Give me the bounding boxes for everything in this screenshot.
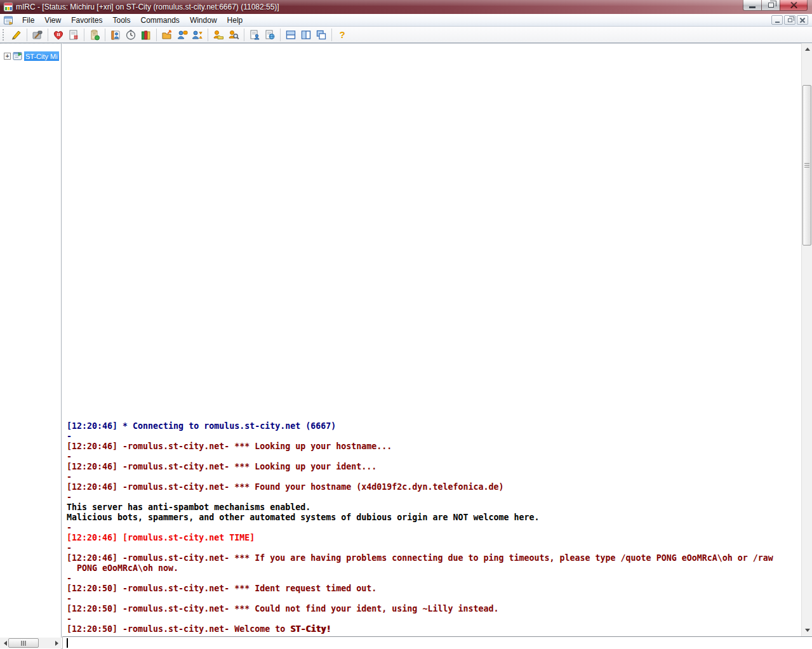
svg-text:?: ? bbox=[339, 29, 345, 40]
toolbar-options-button[interactable] bbox=[30, 28, 45, 42]
menu-bar: File View Favorites Tools Commands Windo… bbox=[0, 14, 812, 27]
status-message-line: - bbox=[67, 492, 801, 502]
tree-item-label[interactable]: ST-City Mi bbox=[24, 51, 59, 61]
menu-favorites[interactable]: Favorites bbox=[66, 15, 107, 26]
tree-expand-toggle[interactable]: + bbox=[4, 53, 11, 60]
favorites-heart-icon bbox=[52, 29, 65, 41]
vscroll-thumb[interactable] bbox=[802, 85, 811, 246]
menu-commands[interactable]: Commands bbox=[136, 15, 185, 26]
status-message-line: Malicious bots, spammers, and other auto… bbox=[67, 513, 801, 523]
mdi-minimize-button[interactable] bbox=[771, 15, 783, 25]
menu-view[interactable]: View bbox=[39, 15, 66, 26]
menu-tools[interactable]: Tools bbox=[108, 15, 136, 26]
minimize-button[interactable] bbox=[743, 0, 762, 11]
thumb-grip bbox=[804, 163, 809, 164]
status-message-line: This server has anti-spambot mechanisms … bbox=[67, 502, 801, 513]
title-bar[interactable]: mIRC - [Status: Michiru [+xri] on ST-Cit… bbox=[0, 0, 812, 14]
toolbar-separator bbox=[244, 29, 244, 41]
dcc-send-folder-icon bbox=[161, 29, 173, 41]
mdi-restore-button[interactable] bbox=[784, 15, 795, 25]
timers-clock-icon bbox=[124, 29, 137, 41]
restore-icon bbox=[768, 3, 774, 8]
mdi-close-icon bbox=[800, 18, 805, 23]
options-icon bbox=[31, 29, 44, 41]
toolbar-connect-button[interactable] bbox=[9, 28, 24, 42]
status-message-line: - bbox=[67, 523, 801, 533]
toolbar-help-button[interactable]: ? bbox=[335, 28, 350, 42]
status-message-line: [12:20:50] -romulus.st-city.net- Welcome… bbox=[67, 624, 801, 634]
mirc-app-icon bbox=[3, 2, 13, 12]
status-message-line: [12:20:50] -romulus.st-city.net- *** Ide… bbox=[67, 584, 801, 594]
toolbar-url-list-button[interactable] bbox=[262, 28, 277, 42]
mdi-close-button[interactable] bbox=[797, 15, 808, 25]
thumb-grip bbox=[804, 165, 809, 166]
close-icon bbox=[790, 2, 797, 9]
up-arrow-icon bbox=[805, 45, 810, 51]
toolbar-separator bbox=[280, 29, 281, 41]
status-message-line: - bbox=[67, 574, 801, 584]
mdi-restore-icon bbox=[788, 18, 792, 22]
status-window-icon[interactable] bbox=[3, 15, 13, 25]
menu-window[interactable]: Window bbox=[185, 15, 222, 26]
toolbar-file-send-button[interactable] bbox=[211, 28, 226, 42]
status-message-line: - bbox=[67, 452, 801, 462]
right-arrow-icon bbox=[55, 641, 61, 646]
treebar-item-status[interactable]: + ST-City Mi bbox=[4, 51, 59, 62]
menu-help[interactable]: Help bbox=[222, 15, 248, 26]
toolbar-favorites-button[interactable] bbox=[51, 28, 66, 42]
toolbar-channels-list-button[interactable] bbox=[66, 28, 81, 42]
status-window-tree-icon bbox=[13, 51, 23, 61]
hscroll-thumb[interactable] bbox=[8, 638, 39, 648]
message-editbox[interactable] bbox=[62, 636, 812, 649]
status-message-line: - bbox=[67, 594, 801, 604]
menu-file[interactable]: File bbox=[17, 15, 39, 26]
hscroll-right-arrow[interactable] bbox=[52, 638, 62, 648]
thumb-grip bbox=[23, 641, 24, 646]
cascade-icon bbox=[315, 29, 328, 41]
toolbar-timers-button[interactable] bbox=[123, 28, 138, 42]
toolbar-grip[interactable] bbox=[2, 29, 5, 41]
toolbar-tile-vertical-button[interactable] bbox=[298, 28, 314, 42]
status-window[interactable]: [12:20:46] * Connecting to romulus.st-ci… bbox=[62, 43, 801, 636]
toolbar: ? bbox=[0, 27, 812, 43]
restore-button[interactable] bbox=[762, 0, 780, 11]
toolbar-scripts-editor-button[interactable] bbox=[87, 28, 102, 42]
toolbar-dcc-send-button[interactable] bbox=[159, 28, 175, 42]
toolbar-file-search-button[interactable] bbox=[226, 28, 241, 42]
toolbar-separator bbox=[27, 29, 27, 41]
mdi-minimize-icon bbox=[775, 22, 780, 23]
toolbar-separator bbox=[48, 29, 48, 41]
status-message-line: - bbox=[67, 543, 801, 553]
toolbar-separator bbox=[331, 29, 332, 41]
close-button[interactable] bbox=[780, 0, 808, 11]
window-title: mIRC - [Status: Michiru [+xri] on ST-Cit… bbox=[16, 3, 279, 11]
thumb-grip bbox=[25, 641, 26, 646]
thumb-grip bbox=[21, 641, 22, 646]
vscroll-down-arrow[interactable] bbox=[802, 626, 812, 636]
vscroll-up-arrow[interactable] bbox=[802, 44, 812, 54]
toolbar-notify-list-button[interactable] bbox=[247, 28, 262, 42]
toolbar-separator bbox=[105, 29, 105, 41]
status-message-line: - bbox=[67, 614, 801, 624]
channels-list-icon bbox=[67, 29, 80, 41]
toolbar-separator bbox=[208, 29, 208, 41]
file-send-icon bbox=[212, 29, 225, 41]
toolbar-address-book-button[interactable] bbox=[108, 28, 123, 42]
url-list-icon bbox=[263, 29, 276, 41]
toolbar-tile-horizontal-button[interactable] bbox=[283, 28, 298, 42]
dcc-chat-icon bbox=[176, 29, 189, 41]
text-caret bbox=[67, 638, 68, 648]
toolbar-separator bbox=[84, 29, 84, 41]
status-messages: [12:20:46] * Connecting to romulus.st-ci… bbox=[67, 421, 801, 634]
notify-list-icon bbox=[248, 29, 261, 41]
minimize-icon bbox=[749, 6, 755, 8]
toolbar-resize-button[interactable] bbox=[190, 28, 205, 42]
address-book-icon bbox=[109, 29, 122, 41]
status-message-line: [12:20:46] * Connecting to romulus.st-ci… bbox=[67, 421, 801, 431]
toolbar-cascade-button[interactable] bbox=[314, 28, 329, 42]
toolbar-colors-button[interactable] bbox=[138, 28, 154, 42]
tile-horizontal-icon bbox=[284, 29, 297, 41]
toolbar-dcc-chat-button[interactable] bbox=[175, 28, 190, 42]
treebar-horizontal-scrollbar[interactable] bbox=[0, 638, 62, 648]
vertical-scrollbar[interactable] bbox=[801, 43, 812, 636]
